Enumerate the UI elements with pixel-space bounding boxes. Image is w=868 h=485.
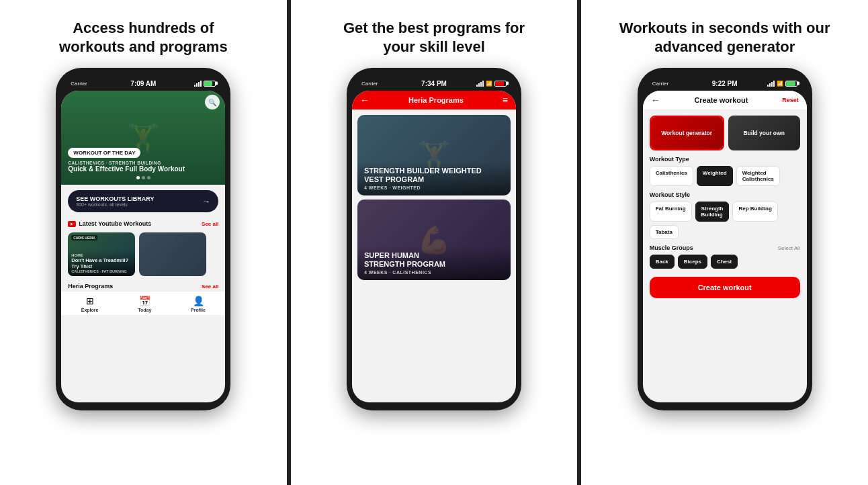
status-bar-3: Carrier 9:22 PM 📶	[643, 76, 807, 91]
generator-tabs: Workout generator Build your own	[650, 116, 800, 150]
nav-today[interactable]: 📅 Today	[138, 296, 151, 312]
phone-1: Carrier 7:09 AM 🏋 🔍 WORKOUT OF THE DAY	[56, 68, 230, 410]
video-title: Don't Have a Treadmill? Try This!	[71, 257, 132, 269]
time-1: 7:09 AM	[104, 80, 182, 87]
back-button-3[interactable]: ←	[651, 95, 660, 105]
carrier-2: Carrier	[361, 81, 395, 87]
panel-generator: Workouts in seconds with our advanced ge…	[577, 0, 868, 485]
video-card-2[interactable]	[139, 232, 206, 276]
type-calisthenics[interactable]: Calisthenics	[650, 166, 693, 186]
program-1-meta: 4 WEEKS · WEIGHTED	[364, 185, 504, 190]
explore-icon: ⊞	[86, 296, 94, 306]
panel-1-title: Access hundreds of workouts and programs	[59, 19, 228, 56]
create-workout-topbar: ← Create workout Reset	[643, 91, 807, 110]
workout-type-section: Workout Type Calisthenics Weighted Weigh…	[650, 156, 800, 186]
library-subtitle: 300+ workouts, all levels	[76, 202, 154, 207]
workout-style-label: Workout Style	[650, 191, 800, 198]
carousel-dots	[68, 176, 218, 179]
video-tags: CALISTHENICS · FAT BURNING	[71, 269, 132, 273]
create-workout-button[interactable]: Create workout	[650, 277, 800, 298]
nav-today-label: Today	[138, 308, 151, 312]
style-fat-burning[interactable]: Fat Burning	[650, 202, 692, 222]
nav-profile-label: Profile	[191, 308, 206, 312]
style-rep-building[interactable]: Rep Building	[732, 202, 777, 222]
muscle-back[interactable]: Back	[650, 255, 675, 269]
panel-workouts: Access hundreds of workouts and programs…	[0, 0, 287, 485]
muscle-biceps[interactable]: Biceps	[678, 255, 707, 269]
type-weighted[interactable]: Weighted	[697, 166, 733, 186]
youtube-section-header: Latest Youtube Workouts See all	[61, 218, 225, 230]
phone-2: Carrier 7:34 PM 📶 ← Heria Programs ≡	[347, 68, 521, 410]
today-icon: 📅	[139, 296, 150, 306]
panel-programs: Get the best programs for your skill lev…	[287, 0, 578, 485]
muscle-group-pills: Back Biceps Chest	[650, 255, 800, 269]
workout-style-pills-2: Tabata	[650, 225, 800, 239]
workout-style-pills: Fat Burning Strength Building Rep Buildi…	[650, 202, 800, 222]
workout-style-section: Workout Style Fat Burning Strength Build…	[650, 191, 800, 239]
workout-type-label: Workout Type	[650, 156, 800, 163]
signal-icon	[194, 81, 202, 87]
build-own-tab-label: Build your own	[740, 127, 787, 139]
bottom-nav-1: ⊞ Explore 📅 Today 👤 Profile	[61, 291, 225, 315]
workout-type-pills: Calisthenics Weighted Weighted Calisthen…	[650, 166, 800, 186]
status-bar-2: Carrier 7:34 PM 📶	[352, 76, 516, 91]
youtube-see-all[interactable]: See all	[202, 221, 218, 227]
battery-icon	[204, 81, 216, 87]
muscle-groups-section: Muscle Groups Select All Back Biceps Che…	[650, 245, 800, 269]
program-1-name: Strength Builder Weighted Vest Program	[364, 167, 504, 184]
create-workout-content: Workout generator Build your own Workout…	[643, 110, 807, 402]
author-tag: CHRIS HERIA	[71, 235, 97, 240]
youtube-icon	[68, 221, 76, 227]
style-strength-building[interactable]: Strength Building	[695, 202, 730, 222]
program-2-meta: 4 WEEKS · CALISTHENICS	[364, 270, 504, 275]
programs-label: Heria Programs	[68, 283, 113, 290]
nav-profile[interactable]: 👤 Profile	[191, 296, 206, 312]
status-bar-1: Carrier 7:09 AM	[61, 76, 225, 91]
panel-3-title: Workouts in seconds with our advanced ge…	[619, 19, 830, 56]
back-button-2[interactable]: ←	[360, 95, 370, 105]
time-2: 7:34 PM	[395, 80, 473, 87]
type-weighted-calisthenics[interactable]: Weighted Calisthenics	[736, 166, 780, 186]
build-your-own-tab[interactable]: Build your own	[728, 116, 800, 150]
program-card-2[interactable]: 💪 SUPER HUMAN STRENGTH PROGRAM 4 WEEKS ·…	[357, 200, 511, 280]
wifi-icon-3: 📶	[777, 81, 783, 87]
video-scroll: CHRIS HERIA HOME Don't Have a Treadmill?…	[61, 230, 225, 279]
muscle-groups-label: Muscle Groups	[650, 245, 693, 251]
wifi-icon-2: 📶	[486, 81, 492, 87]
generator-tab-label: Workout generator	[658, 127, 715, 139]
programs-see-all[interactable]: See all	[202, 283, 218, 290]
menu-icon-2[interactable]: ≡	[503, 95, 508, 105]
status-icons-3: 📶	[764, 81, 797, 87]
battery-icon-2	[494, 81, 507, 87]
create-workout-title: Create workout	[694, 96, 748, 104]
status-icons-1	[182, 81, 216, 87]
nav-explore[interactable]: ⊞ Explore	[81, 296, 99, 312]
reset-button[interactable]: Reset	[782, 97, 799, 103]
workout-generator-tab[interactable]: Workout generator	[650, 116, 724, 150]
programs-topbar-title: Heria Programs	[408, 96, 464, 104]
workout-badge: WORKOUT OF THE DAY	[68, 148, 140, 158]
program-card-1[interactable]: 🏋 Strength Builder Weighted Vest Program…	[357, 115, 511, 195]
panel-2-title: Get the best programs for your skill lev…	[343, 19, 525, 56]
muscle-chest[interactable]: Chest	[711, 255, 738, 269]
program-2-name: SUPER HUMAN STRENGTH PROGRAM	[364, 251, 504, 269]
library-title: SEE WORKOUTS LIBRARY	[76, 195, 154, 202]
hero-section: 🏋 🔍 WORKOUT OF THE DAY CALISTHENICS · ST…	[61, 91, 225, 185]
library-arrow-icon: →	[202, 197, 210, 206]
select-all-button[interactable]: Select All	[778, 245, 800, 251]
video-card-1[interactable]: CHRIS HERIA HOME Don't Have a Treadmill?…	[68, 232, 135, 276]
nav-explore-label: Explore	[81, 308, 99, 312]
youtube-section-label: Latest Youtube Workouts	[79, 220, 151, 227]
style-tabata[interactable]: Tabata	[650, 225, 679, 239]
hero-category: CALISTHENICS · STRENGTH BUILDING	[68, 161, 218, 165]
signal-icon-2	[476, 81, 484, 87]
phone-2-screen: ← Heria Programs ≡ 🏋 Strength Builder We…	[352, 91, 516, 402]
library-button[interactable]: SEE WORKOUTS LIBRARY 300+ workouts, all …	[68, 190, 218, 212]
profile-icon: 👤	[193, 296, 204, 306]
carrier-1: Carrier	[71, 81, 104, 87]
programs-section-header: Heria Programs See all	[61, 279, 225, 291]
signal-icon-3	[767, 81, 775, 87]
phone-3-screen: ← Create workout Reset Workout generator…	[643, 91, 807, 402]
programs-topbar: ← Heria Programs ≡	[352, 91, 516, 109]
phone-3: Carrier 9:22 PM 📶 ← Create workout Reset	[638, 68, 812, 410]
